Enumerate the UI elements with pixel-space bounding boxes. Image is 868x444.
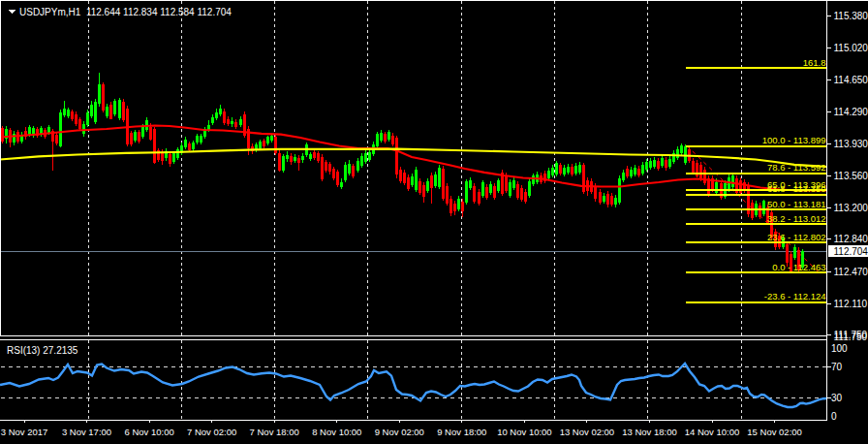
svg-text:50.0 - 113.181: 50.0 - 113.181 — [767, 199, 826, 209]
svg-text:30: 30 — [831, 393, 843, 403]
svg-text:-23.6 - 112.124: -23.6 - 112.124 — [764, 291, 826, 301]
svg-text:13 Nov 18:00: 13 Nov 18:00 — [622, 427, 677, 437]
svg-text:RSI(13) 27.2135: RSI(13) 27.2135 — [7, 345, 78, 356]
svg-text:114.290: 114.290 — [834, 107, 868, 117]
svg-text:10 Nov 10:00: 10 Nov 10:00 — [497, 427, 552, 437]
svg-text:100: 100 — [831, 343, 848, 354]
svg-text:9 Nov 02:00: 9 Nov 02:00 — [375, 427, 424, 437]
svg-text:161.8: 161.8 — [803, 57, 826, 68]
svg-text:78.6 - 113.592: 78.6 - 113.592 — [767, 162, 826, 173]
svg-text:70: 70 — [831, 362, 843, 372]
svg-text:115.020: 115.020 — [834, 43, 868, 53]
svg-text:15 Nov 02:00: 15 Nov 02:00 — [747, 427, 802, 437]
svg-text:6 Nov 10:00: 6 Nov 10:00 — [124, 427, 173, 437]
svg-text:USDJPYm,H1 112.644 112.834 11: USDJPYm,H1 112.644 112.834 112.584 112.7… — [19, 7, 232, 17]
svg-text:23.6 - 112.802: 23.6 - 112.802 — [767, 232, 826, 242]
svg-text:100.0 - 113.899: 100.0 - 113.899 — [762, 135, 826, 145]
svg-text:112.110: 112.110 — [834, 299, 868, 309]
svg-text:112.704: 112.704 — [834, 246, 868, 257]
svg-text:3 Nov 17:00: 3 Nov 17:00 — [62, 427, 111, 437]
svg-text:112.470: 112.470 — [834, 267, 868, 277]
svg-text:113.560: 113.560 — [834, 171, 868, 181]
svg-text:7 Nov 18:00: 7 Nov 18:00 — [250, 427, 299, 437]
svg-text:113.930: 113.930 — [834, 139, 868, 149]
svg-text:111.750: 111.750 — [834, 332, 868, 342]
svg-text:113.200: 113.200 — [834, 203, 868, 213]
svg-text:61.8 - 113.350: 61.8 - 113.350 — [767, 183, 826, 194]
svg-text:14 Nov 10:00: 14 Nov 10:00 — [685, 427, 740, 437]
svg-text:0: 0 — [831, 411, 837, 422]
svg-text:7 Nov 02:00: 7 Nov 02:00 — [187, 427, 236, 437]
svg-text:0.0 - 112.463: 0.0 - 112.463 — [772, 262, 825, 272]
svg-text:112.840: 112.840 — [834, 234, 868, 244]
svg-text:115.380: 115.380 — [834, 11, 868, 21]
svg-text:9 Nov 18:00: 9 Nov 18:00 — [437, 427, 486, 437]
svg-text:114.650: 114.650 — [834, 75, 868, 85]
svg-text:3 Nov 2017: 3 Nov 2017 — [1, 427, 48, 437]
svg-text:38.2 - 113.012: 38.2 - 113.012 — [767, 213, 826, 224]
svg-text:13 Nov 02:00: 13 Nov 02:00 — [560, 427, 615, 437]
svg-text:8 Nov 10:00: 8 Nov 10:00 — [312, 427, 361, 437]
